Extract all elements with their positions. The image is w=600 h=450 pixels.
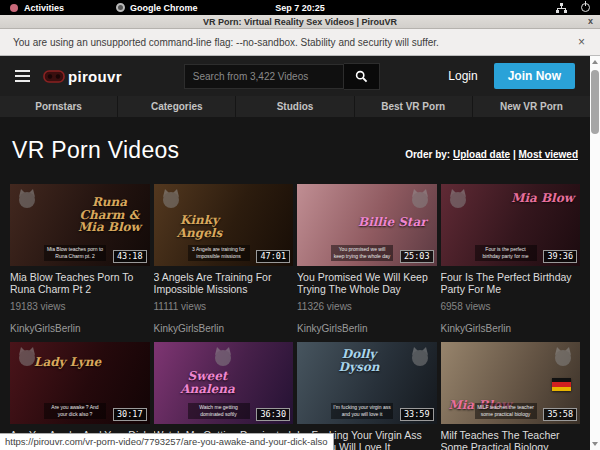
video-thumbnail[interactable]: Lady Lyne Are you awake ? And your dick …: [10, 342, 150, 424]
window-close-icon[interactable]: x: [588, 15, 593, 28]
video-thumbnail[interactable]: Billie Star You promised we will keep tr…: [297, 184, 437, 266]
order-by-controls: Order by: Upload date | Most viewed: [405, 149, 578, 164]
system-clock[interactable]: Sep 7 20:25: [0, 3, 600, 13]
activities-button[interactable]: Activities: [24, 3, 64, 13]
thumbnail-caption: Watch me getting dominated softly: [188, 403, 250, 419]
page-header: VR Porn Videos Order by: Upload date | M…: [0, 117, 590, 164]
duration-badge: 25:03: [400, 250, 434, 263]
thumbnail-overlay-title: Sweet Analena: [172, 370, 244, 395]
video-title[interactable]: Milf Teaches The Teacher Some Practical …: [441, 429, 581, 450]
video-title[interactable]: Mia Blow Teaches Porn To Runa Charm Pt 2: [10, 271, 150, 296]
studio-link[interactable]: KinkyGirlsBerlin: [154, 323, 294, 334]
warning-message: You are using an unsupported command-lin…: [13, 37, 439, 48]
warning-close-icon[interactable]: ×: [578, 35, 585, 49]
german-flag-icon: [552, 378, 571, 391]
thumbnail-caption: Mia Blow teaches porn to Runa Charm pt. …: [44, 245, 106, 261]
video-thumbnail[interactable]: Mia Blow Four is the perfect birthday pa…: [441, 184, 581, 266]
duration-badge: 36:30: [256, 408, 290, 421]
video-title[interactable]: You Promised We Will Keep Trying The Who…: [297, 271, 437, 296]
recording-indicator-dot-icon: [10, 4, 18, 12]
sort-upload-date-link[interactable]: Upload date: [453, 149, 510, 160]
video-card: Billie Star You promised we will keep tr…: [297, 184, 437, 334]
studio-link[interactable]: KinkyGirlsBerlin: [10, 323, 150, 334]
sort-separator: |: [513, 149, 516, 160]
scrollbar-thumb[interactable]: [591, 70, 599, 134]
studio-watermark-cat-icon: [160, 188, 182, 214]
thumbnail-overlay-title: Dolly Dyson: [323, 348, 395, 373]
login-link[interactable]: Login: [448, 69, 477, 83]
power-icon[interactable]: [581, 3, 590, 12]
page-scrollbar[interactable]: [590, 56, 600, 450]
system-top-bar: Activities Google Chrome Sep 7 20:25: [0, 0, 600, 15]
video-card: Runa Charm & Mia Blow Mia Blow teaches p…: [10, 184, 150, 334]
thumbnail-overlay-title: Lady Lyne: [34, 356, 101, 369]
search-input[interactable]: [184, 64, 344, 89]
window-title: VR Porn: Virtual Reality Sex Videos | Pi…: [203, 17, 397, 27]
video-thumbnail[interactable]: Sweet Analena Watch me getting dominated…: [154, 342, 294, 424]
browser-warning-bar: You are using an unsupported command-lin…: [0, 29, 600, 56]
studio-watermark-cat-icon: [16, 188, 38, 214]
video-card: Kinky Angels 3 Angels are training for i…: [154, 184, 294, 334]
thumbnail-caption: Are you awake ? And your dick also ?: [44, 403, 106, 419]
chrome-app-label: Google Chrome: [130, 3, 198, 13]
duration-badge: 47:01: [256, 250, 290, 263]
hamburger-menu-icon[interactable]: [15, 70, 30, 83]
scrollbar-down-arrow-icon[interactable]: [592, 442, 598, 446]
menu-item-new-vr-porn[interactable]: New VR Porn: [472, 96, 590, 117]
search-icon: [355, 70, 368, 83]
thumbnail-caption: Four is the perfect birthday party for m…: [475, 245, 537, 261]
thumbnail-overlay-title: Billie Star: [358, 216, 427, 229]
menu-item-categories[interactable]: Categories: [117, 96, 235, 117]
menu-item-studios[interactable]: Studios: [235, 96, 353, 117]
page-title: VR Porn Videos: [12, 137, 179, 164]
menu-item-best-vr-porn[interactable]: Best VR Porn: [354, 96, 472, 117]
studio-watermark-cat-icon: [409, 188, 431, 214]
window-title-bar: VR Porn: Virtual Reality Sex Videos | Pi…: [0, 15, 600, 29]
studio-link[interactable]: KinkyGirlsBerlin: [297, 323, 437, 334]
duration-badge: 30:17: [113, 408, 147, 421]
studio-watermark-cat-icon: [409, 346, 431, 372]
video-grid: Runa Charm & Mia Blow Mia Blow teaches p…: [0, 164, 590, 450]
studio-watermark-cat-icon: [552, 346, 574, 372]
page-viewport: pirouvr Login Join Now Pornstars Categor…: [0, 56, 590, 450]
duration-badge: 43:18: [113, 250, 147, 263]
video-card: Mia Blow Four is the perfect birthday pa…: [441, 184, 581, 334]
studio-watermark-cat-icon: [447, 188, 469, 214]
menu-item-pornstars[interactable]: Pornstars: [0, 96, 117, 117]
video-thumbnail[interactable]: Kinky Angels 3 Angels are training for i…: [154, 184, 294, 266]
thumbnail-overlay-title: Mia Blow: [511, 192, 574, 205]
sort-most-viewed-link[interactable]: Most viewed: [519, 149, 578, 160]
search-button[interactable]: [344, 63, 380, 90]
video-title[interactable]: 3 Angels Are Training For Impossible Mis…: [154, 271, 294, 296]
brand-name: pirouvr: [68, 68, 122, 85]
join-now-button[interactable]: Join Now: [494, 63, 575, 89]
view-count: 19183 views: [10, 301, 150, 312]
activities-label: Activities: [24, 3, 64, 13]
video-thumbnail[interactable]: Dolly Dyson I'm fucking your virgin ass …: [297, 342, 437, 424]
chrome-app-indicator[interactable]: Google Chrome: [116, 3, 198, 13]
studio-link[interactable]: KinkyGirlsBerlin: [441, 323, 581, 334]
vr-headset-icon: [43, 70, 65, 83]
site-navbar: pirouvr Login Join Now: [0, 56, 590, 96]
duration-badge: 33:59: [400, 408, 434, 421]
order-by-label: Order by:: [405, 149, 450, 160]
thumbnail-overlay-title: Kinky Angels: [164, 214, 236, 239]
thumbnail-caption: You promised we will keep trying the who…: [331, 245, 393, 261]
thumbnail-caption: I'm fucking your virgin ass and you will…: [331, 403, 393, 419]
network-icon[interactable]: [556, 3, 567, 13]
duration-badge: 39:36: [543, 250, 577, 263]
view-count: 6958 views: [441, 301, 581, 312]
category-menu-bar: Pornstars Categories Studios Best VR Por…: [0, 96, 590, 117]
chrome-icon: [116, 3, 125, 12]
link-status-bar: https://pirouvr.com/vr-porn-video/779325…: [0, 433, 334, 450]
video-thumbnail[interactable]: Runa Charm & Mia Blow Mia Blow teaches p…: [10, 184, 150, 266]
video-card: Mia Blow MILF teaches the teacher some p…: [441, 342, 581, 450]
thumbnail-overlay-title: Runa Charm & Mia Blow: [74, 196, 146, 234]
thumbnail-caption: MILF teaches the teacher some practical …: [475, 403, 537, 419]
duration-badge: 35:58: [543, 408, 577, 421]
video-title[interactable]: Four Is The Perfect Birthday Party For M…: [441, 271, 581, 296]
scrollbar-up-arrow-icon[interactable]: [592, 60, 598, 64]
video-thumbnail[interactable]: Mia Blow MILF teaches the teacher some p…: [441, 342, 581, 424]
brand-logo[interactable]: pirouvr: [43, 68, 122, 85]
view-count: 11326 views: [297, 301, 437, 312]
